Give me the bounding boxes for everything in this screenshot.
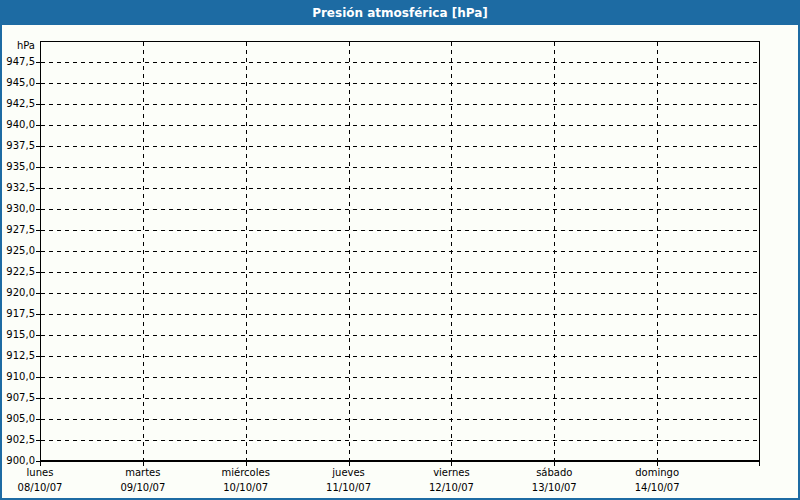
y-axis-label: 912,5 [0, 350, 35, 362]
h-gridline [41, 209, 759, 210]
y-axis-unit-label: hPa [0, 40, 35, 52]
v-gridline [657, 42, 658, 460]
x-axis-date-label: 09/10/07 [92, 482, 194, 494]
y-tick [36, 230, 40, 231]
y-axis-label: 925,0 [0, 245, 35, 257]
x-tick [451, 462, 452, 466]
y-axis-label: 910,0 [0, 371, 35, 383]
h-gridline [41, 251, 759, 252]
chart-title-bar: Presión atmosférica [hPa] [0, 0, 800, 25]
y-axis-label: 935,0 [0, 161, 35, 173]
v-gridline [451, 42, 452, 460]
x-axis-day-label: viernes [400, 467, 502, 479]
h-gridline [41, 293, 759, 294]
y-tick [36, 125, 40, 126]
x-axis-day-label: domingo [606, 467, 708, 479]
chart-title: Presión atmosférica [hPa] [312, 6, 488, 20]
pressure-chart: Presión atmosférica [hPa] hPa947,5945,09… [0, 0, 800, 500]
y-tick [36, 167, 40, 168]
x-axis-date-label: 12/10/07 [400, 482, 502, 494]
v-gridline [554, 42, 555, 460]
h-gridline [41, 419, 759, 420]
y-tick [36, 272, 40, 273]
h-gridline [41, 83, 759, 84]
x-axis-date-label: 08/10/07 [0, 482, 91, 494]
y-axis-label: 907,5 [0, 392, 35, 404]
h-gridline [41, 356, 759, 357]
x-axis-day-label: sábado [503, 467, 605, 479]
y-axis-label: 915,0 [0, 329, 35, 341]
y-tick [36, 104, 40, 105]
h-gridline [41, 230, 759, 231]
h-gridline [41, 440, 759, 441]
x-axis-day-label: miércoles [195, 467, 297, 479]
y-axis-label: 920,0 [0, 287, 35, 299]
y-axis-label: 945,0 [0, 77, 35, 89]
x-axis-day-label: jueves [298, 467, 400, 479]
h-gridline [41, 125, 759, 126]
h-gridline [41, 272, 759, 273]
h-gridline [41, 377, 759, 378]
h-gridline [41, 62, 759, 63]
y-tick [36, 188, 40, 189]
y-tick [36, 314, 40, 315]
x-axis-date-label: 13/10/07 [503, 482, 605, 494]
y-axis-label: 932,5 [0, 182, 35, 194]
y-axis-label: 922,5 [0, 266, 35, 278]
x-axis-date-label: 14/10/07 [606, 482, 708, 494]
h-gridline [41, 314, 759, 315]
x-tick [554, 462, 555, 466]
y-tick [36, 62, 40, 63]
v-gridline [349, 42, 350, 460]
x-tick [40, 462, 41, 466]
y-tick [36, 146, 40, 147]
h-gridline [41, 167, 759, 168]
x-axis-date-label: 10/10/07 [195, 482, 297, 494]
x-tick [143, 462, 144, 466]
y-tick [36, 335, 40, 336]
y-axis-label: 947,5 [0, 56, 35, 68]
y-tick [36, 293, 40, 294]
y-axis-label: 917,5 [0, 308, 35, 320]
x-axis-day-label: martes [92, 467, 194, 479]
v-gridline [143, 42, 144, 460]
h-gridline [41, 398, 759, 399]
y-tick [36, 377, 40, 378]
h-gridline [41, 335, 759, 336]
y-tick [36, 251, 40, 252]
y-tick [36, 398, 40, 399]
y-tick [36, 83, 40, 84]
y-axis-label: 900,0 [0, 455, 35, 467]
v-gridline [246, 42, 247, 460]
y-axis-label: 942,5 [0, 98, 35, 110]
h-gridline [41, 146, 759, 147]
y-axis-label: 937,5 [0, 140, 35, 152]
y-axis-label: 905,0 [0, 413, 35, 425]
y-axis-label: 902,5 [0, 434, 35, 446]
y-axis-label: 940,0 [0, 119, 35, 131]
y-axis-label: 930,0 [0, 203, 35, 215]
y-tick [36, 440, 40, 441]
x-axis-day-label: lunes [0, 467, 91, 479]
y-tick [36, 356, 40, 357]
x-tick [246, 462, 247, 466]
h-gridline [41, 188, 759, 189]
x-axis-date-label: 11/10/07 [298, 482, 400, 494]
x-tick [759, 462, 760, 466]
y-tick [36, 209, 40, 210]
x-tick [349, 462, 350, 466]
h-gridline [41, 104, 759, 105]
y-axis-label: 927,5 [0, 224, 35, 236]
x-tick [657, 462, 658, 466]
y-tick [36, 419, 40, 420]
